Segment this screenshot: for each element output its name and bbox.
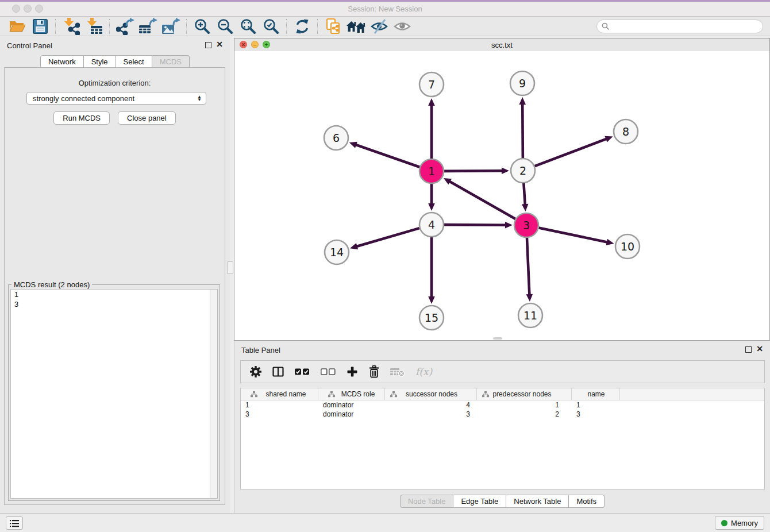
graph-edge[interactable] bbox=[444, 225, 506, 225]
add-column-button[interactable] bbox=[346, 366, 358, 377]
column-header-predecessor-nodes[interactable]: predecessor nodes bbox=[477, 388, 572, 400]
select-all-rows-button[interactable] bbox=[295, 368, 310, 375]
tab-style[interactable]: Style bbox=[84, 55, 116, 68]
result-scrollbar[interactable] bbox=[210, 290, 217, 498]
svg-text:3: 3 bbox=[523, 219, 530, 232]
graph-node-1[interactable]: 1 bbox=[419, 159, 444, 183]
memory-button[interactable]: Memory bbox=[715, 516, 764, 530]
graph-node-7[interactable]: 7 bbox=[419, 72, 444, 97]
graph-edge[interactable] bbox=[444, 171, 503, 171]
svg-text:11: 11 bbox=[523, 309, 537, 322]
export-network-button[interactable] bbox=[114, 17, 137, 36]
tab-motifs[interactable]: Motifs bbox=[569, 495, 605, 508]
mcds-result-list[interactable]: 1 3 bbox=[10, 289, 218, 499]
run-mcds-button[interactable]: Run MCDS bbox=[53, 111, 110, 125]
cell-predecessor-nodes[interactable]: 1 bbox=[477, 401, 572, 409]
graph-edge[interactable] bbox=[539, 228, 608, 242]
graph-edge-arrowhead bbox=[502, 167, 509, 174]
close-panel-icon[interactable]: ✕ bbox=[216, 40, 223, 48]
import-network-button[interactable] bbox=[60, 17, 83, 36]
table-row[interactable]: 3 dominator 3 2 3 bbox=[241, 410, 764, 419]
export-image-button[interactable] bbox=[160, 17, 183, 36]
import-table-button[interactable] bbox=[83, 17, 106, 36]
zoom-in-button[interactable] bbox=[191, 17, 214, 36]
column-header-mcds-role[interactable]: MCDS role bbox=[318, 388, 385, 400]
graph-edge[interactable] bbox=[356, 228, 419, 246]
column-header-shared-name[interactable]: shared name bbox=[241, 388, 318, 400]
delete-table-button[interactable] bbox=[390, 367, 405, 377]
cell-mcds-role[interactable]: dominator bbox=[318, 401, 385, 409]
graph-node-2[interactable]: 2 bbox=[511, 159, 535, 183]
search-input[interactable] bbox=[612, 21, 763, 31]
network-canvas[interactable]: 7968124314101511 bbox=[234, 51, 769, 340]
graph-node-15[interactable]: 15 bbox=[419, 306, 444, 330]
deselect-all-rows-button[interactable] bbox=[321, 368, 336, 375]
cell-successor-nodes[interactable]: 4 bbox=[385, 401, 477, 409]
tab-network-table[interactable]: Network Table bbox=[506, 495, 569, 508]
graph-edge[interactable] bbox=[527, 238, 529, 295]
float-panel-icon[interactable] bbox=[205, 42, 211, 48]
panel-splitter-handle[interactable] bbox=[227, 261, 233, 274]
window-title: Session: New Session bbox=[0, 5, 770, 13]
zoom-selected-button[interactable] bbox=[260, 17, 283, 36]
graph-edge-arrowhead bbox=[522, 204, 529, 211]
export-table-button[interactable] bbox=[137, 17, 160, 36]
close-table-panel-icon[interactable]: ✕ bbox=[756, 345, 763, 353]
graph-edge[interactable] bbox=[523, 183, 525, 205]
table-settings-button[interactable] bbox=[250, 366, 261, 377]
table-row[interactable]: 1 dominator 4 1 1 bbox=[241, 400, 764, 410]
hide-selected-button[interactable] bbox=[368, 17, 391, 36]
open-session-button[interactable] bbox=[6, 17, 29, 36]
function-builder-button[interactable]: f(x) bbox=[415, 366, 432, 377]
tab-select[interactable]: Select bbox=[116, 55, 152, 68]
graph-node-11[interactable]: 11 bbox=[518, 303, 542, 327]
graph-edge[interactable] bbox=[355, 145, 419, 167]
show-column-panel-button[interactable] bbox=[272, 367, 284, 377]
cell-name[interactable]: 3 bbox=[572, 410, 620, 418]
graph-edge-arrowhead bbox=[350, 243, 358, 249]
export-network-icon bbox=[116, 18, 134, 35]
network-window-titlebar[interactable]: ✕ – + scc.txt bbox=[234, 38, 769, 52]
cell-shared-name[interactable]: 3 bbox=[241, 410, 318, 418]
delete-column-button[interactable] bbox=[369, 365, 379, 378]
graph-edge[interactable] bbox=[522, 103, 523, 158]
search-box[interactable] bbox=[596, 20, 763, 33]
tab-edge-table[interactable]: Edge Table bbox=[453, 495, 506, 508]
zoom-out-button[interactable] bbox=[214, 17, 237, 36]
tab-node-table[interactable]: Node Table bbox=[400, 495, 454, 508]
float-table-panel-icon[interactable] bbox=[745, 346, 752, 353]
canvas-hscroll-handle[interactable] bbox=[493, 337, 502, 340]
graph-node-9[interactable]: 9 bbox=[510, 71, 534, 95]
graph-node-10[interactable]: 10 bbox=[615, 234, 640, 259]
cell-shared-name[interactable]: 1 bbox=[241, 401, 318, 409]
close-panel-button[interactable]: Close panel bbox=[118, 111, 176, 125]
tab-mcds[interactable]: MCDS bbox=[152, 55, 190, 68]
cell-mcds-role[interactable]: dominator bbox=[318, 410, 385, 418]
cell-name[interactable]: 1 bbox=[572, 401, 620, 409]
shared-column-icon bbox=[390, 391, 397, 398]
graph-edge-arrowhead bbox=[526, 294, 533, 302]
graph-node-8[interactable]: 8 bbox=[614, 119, 638, 144]
graph-node-6[interactable]: 6 bbox=[324, 126, 348, 150]
toolbar-separator bbox=[109, 19, 110, 34]
graph-edge[interactable] bbox=[449, 181, 515, 219]
memory-label: Memory bbox=[731, 519, 758, 527]
graph-edge[interactable] bbox=[535, 138, 607, 166]
graph-node-14[interactable]: 14 bbox=[325, 240, 349, 264]
graph-node-4[interactable]: 4 bbox=[419, 213, 444, 237]
home-views-button[interactable] bbox=[345, 17, 368, 36]
copy-share-button[interactable] bbox=[322, 17, 345, 36]
save-session-button[interactable] bbox=[29, 17, 52, 36]
criterion-select[interactable]: strongly connected component ▲▼ bbox=[26, 92, 206, 105]
column-header-successor-nodes[interactable]: successor nodes bbox=[385, 388, 477, 400]
show-all-button[interactable] bbox=[391, 17, 414, 36]
graph-node-3[interactable]: 3 bbox=[514, 213, 538, 237]
node-table[interactable]: shared name MCDS role successor nodes pr… bbox=[240, 388, 765, 489]
zoom-fit-button[interactable] bbox=[237, 17, 260, 36]
column-header-name[interactable]: name bbox=[572, 388, 620, 400]
cell-successor-nodes[interactable]: 3 bbox=[385, 410, 477, 418]
cell-predecessor-nodes[interactable]: 2 bbox=[477, 410, 572, 418]
refresh-button[interactable] bbox=[291, 17, 314, 36]
task-history-button[interactable] bbox=[6, 516, 23, 530]
tab-network[interactable]: Network bbox=[40, 55, 84, 68]
